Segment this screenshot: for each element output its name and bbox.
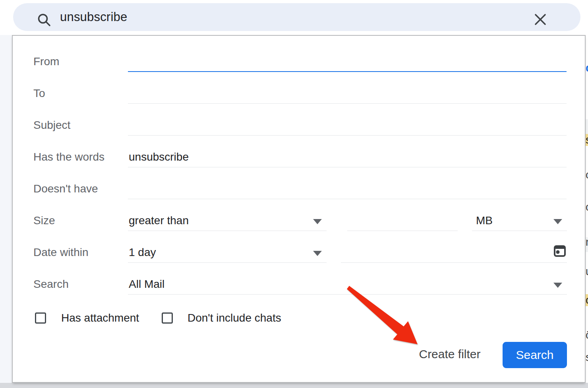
chevron-down-icon [553, 219, 562, 224]
date-within-label: Date within [33, 242, 125, 263]
search-scope-label: Search [33, 274, 125, 295]
has-words-field[interactable] [128, 147, 567, 167]
date-picker-field[interactable] [341, 242, 567, 263]
background-text-fragment: n [586, 236, 588, 248]
doesnt-have-label: Doesn't have [33, 178, 125, 199]
advanced-search-panel: From To Subject Has the words Doesn't ha… [12, 35, 586, 383]
has-attachment-label: Has attachment [61, 311, 139, 325]
mail-row-band [586, 119, 588, 134]
dont-include-chats-label: Don't include chats [188, 311, 281, 325]
size-comparator-value: greater than [128, 210, 327, 231]
chevron-down-icon [553, 283, 562, 288]
search-button[interactable]: Search [503, 342, 567, 368]
background-text-fragment: ö [586, 329, 588, 341]
background-text-fragment: u [586, 266, 588, 277]
has-words-label: Has the words [33, 147, 125, 167]
background-highlighted-fragment: s [586, 134, 588, 146]
size-comparator-dropdown[interactable]: greater than [128, 210, 327, 231]
background-highlighted-fragment: c [586, 294, 588, 306]
background-text-fragment: d [586, 62, 588, 74]
has-attachment-checkbox[interactable] [35, 312, 46, 324]
date-range-value: 1 day [128, 242, 327, 263]
search-bar[interactable]: unsubscribe [13, 3, 580, 31]
close-icon [533, 12, 548, 28]
from-field[interactable] [128, 51, 567, 72]
background-mail-list-sliver: d s o o n u c ö s [586, 35, 588, 383]
calendar-icon[interactable] [553, 244, 566, 259]
create-filter-button[interactable]: Create filter [410, 343, 489, 366]
background-text-fragment: s [586, 351, 588, 363]
search-scope-dropdown[interactable]: All Mail [128, 274, 567, 295]
chevron-down-icon [313, 219, 322, 224]
doesnt-have-field[interactable] [128, 178, 567, 199]
close-search-button[interactable] [532, 11, 549, 29]
to-field[interactable] [128, 83, 567, 104]
from-label: From [33, 51, 125, 72]
size-label: Size [33, 210, 125, 231]
chevron-down-icon [313, 251, 322, 256]
subject-label: Subject [33, 115, 125, 136]
search-icon [37, 12, 52, 29]
size-unit-value: MB [472, 210, 567, 231]
date-range-dropdown[interactable]: 1 day [128, 242, 327, 263]
date-picker-value [341, 242, 567, 263]
size-amount-field[interactable] [347, 210, 458, 231]
subject-field[interactable] [128, 115, 567, 136]
dont-include-chats-checkbox[interactable] [162, 312, 173, 324]
search-scope-value: All Mail [128, 274, 567, 295]
size-unit-dropdown[interactable]: MB [472, 210, 567, 231]
page-bottom-strip [0, 383, 588, 388]
to-label: To [33, 83, 125, 104]
background-text-fragment: o [586, 201, 588, 213]
background-text-fragment: o [586, 169, 588, 181]
search-input[interactable]: unsubscribe [60, 3, 127, 31]
page-left-margin [0, 35, 12, 383]
